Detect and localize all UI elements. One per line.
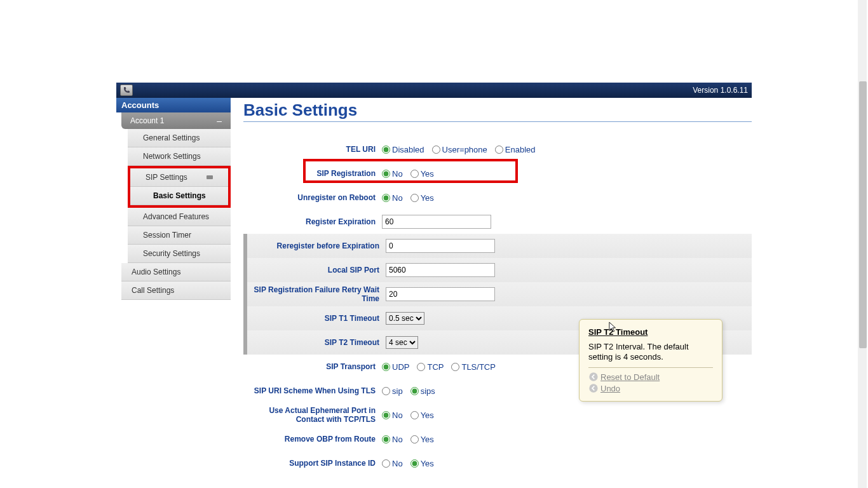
nav-basic-settings[interactable]: Basic Settings	[130, 187, 228, 205]
radio-eph-no[interactable]: No	[382, 410, 403, 420]
version-label: Version 1.0.6.11	[693, 86, 748, 95]
input-rereg-before[interactable]	[386, 239, 495, 253]
sidebar-title: Accounts	[116, 98, 231, 112]
label-unreg-reboot: Unregister on Reboot	[243, 193, 382, 202]
nav-call-settings[interactable]: Call Settings	[121, 281, 231, 300]
tooltip-reset-link[interactable]: Reset to Default	[588, 372, 713, 382]
collapse-icon	[207, 175, 213, 179]
highlight-box-sidebar: SIP Settings Basic Settings	[128, 166, 231, 208]
select-t2[interactable]: 4 sec	[386, 336, 418, 349]
radio-unreg-yes[interactable]: Yes	[410, 193, 434, 203]
row-ephemeral: Use Actual Ephemeral Port in Contact wit…	[243, 403, 752, 427]
sidebar: Accounts Account 1 – General Settings Ne…	[116, 98, 231, 475]
topbar: Version 1.0.6.11	[116, 83, 752, 98]
radio-tel-userphone[interactable]: User=phone	[432, 145, 487, 154]
radio-tel-disabled[interactable]: Disabled	[382, 145, 424, 154]
row-reg-exp: Register Expiration	[243, 210, 752, 234]
label-reg-fail-retry: SIP Registration Failure Retry Wait Time	[247, 285, 386, 303]
nav-sip-label: SIP Settings	[146, 173, 187, 182]
radio-iid-yes[interactable]: Yes	[410, 459, 434, 468]
sidebar-account-header[interactable]: Account 1 –	[121, 112, 231, 129]
label-instance-id: Support SIP Instance ID	[243, 459, 382, 468]
label-tel-uri: TEL URI	[243, 145, 382, 154]
arrow-left-circle-icon	[588, 383, 599, 393]
scrollbar-thumb[interactable]	[859, 81, 867, 348]
row-tel-uri: TEL URI Disabled User=phone Enabled	[243, 137, 752, 161]
radio-iid-no[interactable]: No	[382, 459, 403, 468]
label-local-sip-port: Local SIP Port	[247, 266, 386, 274]
radio-obp-yes[interactable]: Yes	[410, 435, 434, 444]
label-sip-reg: SIP Registration	[243, 169, 382, 178]
nav-session-timer[interactable]: Session Timer	[128, 226, 231, 245]
nav-sip-settings[interactable]: SIP Settings	[130, 168, 228, 187]
radio-tel-enabled[interactable]: Enabled	[495, 145, 536, 154]
collapse-icon: –	[217, 116, 222, 126]
label-t1: SIP T1 Timeout	[247, 314, 386, 323]
radio-tlstcp[interactable]: TLS/TCP	[451, 362, 495, 372]
row-sip-registration: SIP Registration No Yes	[243, 161, 752, 186]
radio-udp[interactable]: UDP	[382, 362, 409, 372]
main-content: Basic Settings TEL URI Disabled User=pho…	[231, 98, 752, 475]
row-unreg-reboot: Unregister on Reboot No Yes	[243, 186, 752, 210]
nav-audio-settings[interactable]: Audio Settings	[121, 263, 231, 281]
label-uri-scheme: SIP URI Scheme When Using TLS	[243, 386, 382, 395]
tooltip-title: SIP T2 Timeout	[588, 327, 713, 337]
input-reg-exp[interactable]	[382, 215, 491, 229]
page-title: Basic Settings	[243, 98, 752, 122]
tooltip-undo-link[interactable]: Undo	[588, 383, 713, 393]
tooltip-t2: SIP T2 Timeout SIP T2 Interval. The defa…	[579, 319, 722, 402]
row-instance-id: Support SIP Instance ID No Yes	[243, 451, 752, 475]
tooltip-body: SIP T2 Interval. The default setting is …	[588, 342, 713, 368]
nav-advanced-features[interactable]: Advanced Features	[128, 208, 231, 226]
label-reg-exp: Register Expiration	[243, 217, 382, 226]
radio-tcp[interactable]: TCP	[417, 362, 444, 372]
arrow-left-circle-icon	[588, 372, 599, 382]
label-remove-obp: Remove OBP from Route	[243, 435, 382, 444]
label-t2: SIP T2 Timeout	[247, 338, 386, 347]
row-remove-obp: Remove OBP from Route No Yes	[243, 427, 752, 451]
svg-point-1	[589, 384, 597, 392]
scrollbar[interactable]	[858, 0, 867, 475]
radio-sips[interactable]: sips	[410, 386, 435, 396]
sidebar-account-label: Account 1	[130, 116, 164, 125]
row-local-sip-port: Local SIP Port	[243, 258, 752, 282]
nav-network-settings[interactable]: Network Settings	[128, 147, 231, 166]
row-reg-fail-retry: SIP Registration Failure Retry Wait Time	[243, 282, 752, 306]
radio-sipreg-yes[interactable]: Yes	[410, 169, 434, 179]
label-rereg-before: Reregister before Expiration	[247, 241, 386, 250]
radio-obp-no[interactable]: No	[382, 435, 403, 444]
nav-general-settings[interactable]: General Settings	[128, 129, 231, 147]
label-ephemeral: Use Actual Ephemeral Port in Contact wit…	[243, 406, 382, 424]
radio-sip[interactable]: sip	[382, 386, 403, 396]
input-local-sip-port[interactable]	[386, 263, 495, 277]
radio-sipreg-no[interactable]: No	[382, 169, 403, 179]
select-t1[interactable]: 0.5 sec	[386, 312, 424, 325]
label-transport: SIP Transport	[243, 362, 382, 371]
nav-security-settings[interactable]: Security Settings	[128, 245, 231, 263]
input-reg-fail-retry[interactable]	[386, 287, 495, 301]
radio-unreg-no[interactable]: No	[382, 193, 403, 203]
row-rereg-before: Reregister before Expiration	[243, 234, 752, 258]
phone-icon	[120, 85, 133, 96]
svg-point-0	[589, 372, 597, 381]
radio-eph-yes[interactable]: Yes	[410, 410, 434, 420]
